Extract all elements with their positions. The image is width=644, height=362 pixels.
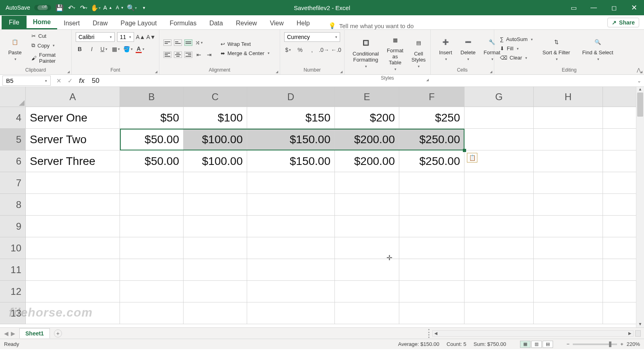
redo-icon[interactable]: ↷▾ — [80, 4, 87, 11]
cell-B8[interactable] — [120, 194, 184, 216]
cell-H7[interactable] — [534, 172, 603, 194]
cell-C4[interactable]: $100 — [184, 107, 247, 129]
increase-decimal-icon[interactable]: .0→ — [320, 46, 328, 54]
align-left-icon[interactable] — [163, 51, 171, 58]
cell-G9[interactable] — [464, 216, 534, 237]
cell-E9[interactable] — [335, 216, 399, 237]
cell-B12[interactable] — [120, 281, 184, 302]
cell-C13[interactable] — [184, 302, 247, 324]
paste-options-smarttag[interactable]: 📋 — [467, 153, 477, 162]
font-name-select[interactable]: Calibri▾ — [76, 32, 115, 42]
autosave-toggle[interactable]: AutoSave — [6, 4, 51, 11]
cell-B6[interactable]: $50.00 — [120, 150, 184, 172]
cell-A13[interactable] — [26, 302, 120, 324]
align-middle-icon[interactable] — [174, 39, 182, 46]
cell-B5[interactable]: $50.00 — [120, 129, 184, 150]
cell-C7[interactable] — [184, 172, 247, 194]
tab-page-layout[interactable]: Page Layout — [114, 16, 163, 29]
cell-E11[interactable] — [335, 259, 399, 281]
cell-I10[interactable] — [603, 237, 637, 259]
cell-C12[interactable] — [184, 281, 247, 302]
cell-E13[interactable] — [335, 302, 399, 324]
format-painter-button[interactable]: 🖌Format Painter — [30, 51, 67, 65]
row-header-7[interactable]: 7 — [0, 172, 26, 194]
cell-I5[interactable] — [603, 129, 637, 150]
cell-F9[interactable] — [399, 216, 464, 237]
tab-file[interactable]: File — [2, 16, 27, 29]
row-header-12[interactable]: 12 — [0, 281, 26, 302]
font-size-select[interactable]: 11▾ — [117, 32, 134, 42]
cell-I8[interactable] — [603, 194, 637, 216]
cell-D4[interactable]: $150 — [247, 107, 335, 129]
cell-G10[interactable] — [464, 237, 534, 259]
cell-E6[interactable]: $200.00 — [335, 150, 399, 172]
cell-H12[interactable] — [534, 281, 603, 302]
tab-home[interactable]: Home — [27, 15, 57, 29]
cell-G13[interactable] — [464, 302, 534, 324]
collapse-ribbon-icon[interactable]: ⋀ — [637, 67, 641, 73]
paste-button[interactable]: 📋 Paste▾ — [4, 34, 26, 63]
sheet-prev-icon[interactable]: ◀ — [4, 330, 8, 337]
col-header-H[interactable]: H — [534, 87, 603, 107]
enter-formula-icon[interactable]: ✓ — [64, 77, 76, 84]
cell-F6[interactable]: $250.00 — [399, 150, 464, 172]
comma-format-icon[interactable]: , — [308, 46, 316, 54]
tab-insert[interactable]: Insert — [57, 16, 86, 29]
row-header-13[interactable]: 13 — [0, 302, 26, 324]
touch-mode-icon[interactable]: ✋▾ — [92, 4, 99, 11]
insert-cells-button[interactable]: ➕Insert▾ — [435, 34, 456, 63]
zoom-value[interactable]: 220% — [627, 341, 640, 347]
cell-E7[interactable] — [335, 172, 399, 194]
cell-E8[interactable] — [335, 194, 399, 216]
cell-E5[interactable]: $200.00 — [335, 129, 399, 150]
cell-B7[interactable] — [120, 172, 184, 194]
cell-C11[interactable] — [184, 259, 247, 281]
add-sheet-button[interactable]: + — [54, 329, 62, 337]
tab-data[interactable]: Data — [203, 16, 229, 29]
cancel-formula-icon[interactable]: ✕ — [53, 77, 64, 84]
col-header-F[interactable]: F — [399, 87, 464, 107]
zoom-out-icon[interactable]: − — [567, 341, 570, 347]
qat-customize-icon[interactable]: ▾ — [140, 4, 148, 11]
ribbon-display-options-icon[interactable]: ▭ — [564, 0, 584, 15]
sheet-tab-sheet1[interactable]: Sheet1 — [19, 328, 50, 338]
cell-B4[interactable]: $50 — [120, 107, 184, 129]
cell-G8[interactable] — [464, 194, 534, 216]
align-right-icon[interactable] — [184, 51, 192, 58]
bold-icon[interactable]: B — [76, 45, 84, 53]
col-header-next[interactable] — [603, 87, 637, 107]
zoom-slider-knob[interactable] — [609, 341, 611, 347]
row-header-6[interactable]: 6 — [0, 150, 26, 172]
col-header-D[interactable]: D — [247, 87, 335, 107]
zoom-slider[interactable] — [573, 343, 617, 345]
sort-filter-button[interactable]: ⇅Sort & Filter▾ — [539, 34, 574, 63]
sheet-next-icon[interactable]: ▶ — [11, 330, 15, 337]
cell-D5[interactable]: $150.00 — [247, 129, 335, 150]
align-top-icon[interactable] — [163, 39, 171, 46]
cell-E10[interactable] — [335, 237, 399, 259]
delete-cells-button[interactable]: ➖Delete▾ — [456, 34, 480, 63]
cell-F10[interactable] — [399, 237, 464, 259]
increase-indent-icon[interactable]: ⇥ — [205, 51, 213, 59]
autosum-button[interactable]: ∑AutoSum▾ — [498, 35, 535, 43]
cell-I11[interactable] — [603, 259, 637, 281]
cell-C10[interactable] — [184, 237, 247, 259]
decrease-font-icon[interactable]: A▼ — [116, 4, 124, 11]
scroll-left-icon[interactable]: ◀ — [433, 331, 439, 335]
percent-format-icon[interactable]: % — [296, 46, 304, 54]
cut-button[interactable]: ✂Cut — [30, 32, 67, 40]
tab-view[interactable]: View — [263, 16, 290, 29]
copy-button[interactable]: ⧉Copy▾ — [30, 41, 67, 49]
merge-center-button[interactable]: ⬌Merge & Center▾ — [219, 49, 271, 57]
number-format-select[interactable]: Currency▾ — [284, 32, 340, 42]
cell-I6[interactable] — [603, 150, 637, 172]
decrease-decimal-icon[interactable]: ←.0 — [332, 46, 340, 54]
cell-F7[interactable] — [399, 172, 464, 194]
align-center-icon[interactable] — [174, 51, 182, 58]
col-header-G[interactable]: G — [464, 87, 534, 107]
clear-button[interactable]: ⌫Clear▾ — [498, 54, 535, 62]
horizontal-scrollbar[interactable]: ◀ ▶ — [432, 330, 634, 337]
cell-D13[interactable] — [247, 302, 335, 324]
col-header-B[interactable]: B — [120, 87, 184, 107]
maximize-icon[interactable]: ◻ — [604, 0, 624, 15]
